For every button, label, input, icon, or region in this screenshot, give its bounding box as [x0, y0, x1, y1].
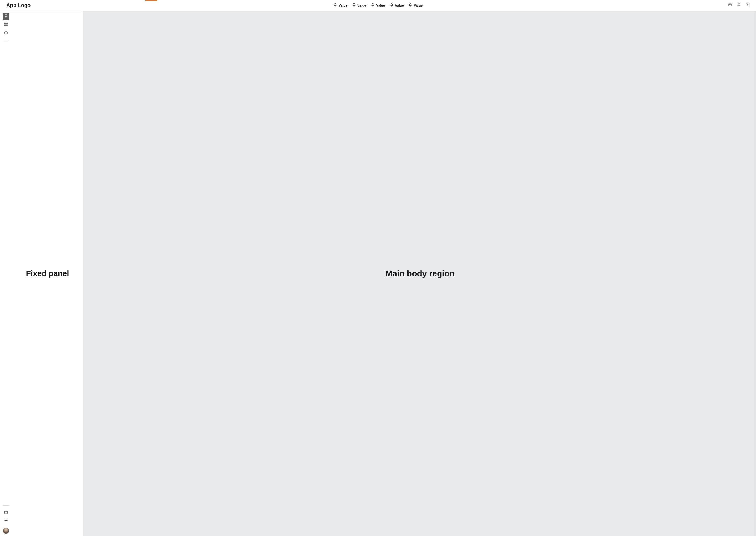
- top-nav-item-label: Value: [414, 3, 423, 7]
- rail-bottom-group: [3, 503, 9, 534]
- svg-rect-0: [728, 4, 731, 6]
- rail-item-settings[interactable]: [3, 518, 9, 524]
- left-rail: [0, 11, 12, 536]
- avatar[interactable]: [3, 528, 9, 534]
- rail-item-apps[interactable]: [3, 21, 9, 28]
- fixed-panel: Fixed panel: [12, 11, 84, 536]
- top-nav-item-1[interactable]: Value: [352, 3, 366, 8]
- grid-icon: [4, 22, 8, 27]
- top-nav: Value Value Value Value Value: [333, 3, 423, 8]
- svg-rect-4: [5, 24, 6, 26]
- main-body-region: Main body region: [84, 11, 756, 536]
- scrollbar[interactable]: [754, 11, 756, 536]
- top-nav-item-label: Value: [395, 3, 404, 7]
- top-nav-item-label: Value: [338, 3, 347, 7]
- top-right-actions: [728, 3, 750, 8]
- rail-top-group: [3, 13, 9, 43]
- rail-item-work[interactable]: [3, 30, 9, 37]
- bell-icon: [333, 3, 337, 8]
- bell-icon: [737, 3, 741, 8]
- mail-icon: [728, 3, 732, 8]
- svg-rect-5: [6, 24, 7, 26]
- help-icon: [4, 510, 8, 515]
- fixed-panel-title: Fixed panel: [26, 269, 69, 278]
- top-nav-item-label: Value: [357, 3, 366, 7]
- briefcase-icon: [4, 31, 8, 36]
- bell-icon: [352, 3, 356, 8]
- content-row: Fixed panel Main body region: [0, 11, 756, 536]
- gear-icon: [746, 3, 750, 8]
- bell-icon: [371, 3, 375, 8]
- bell-icon: [4, 14, 8, 19]
- svg-point-8: [6, 513, 6, 513]
- top-nav-item-2[interactable]: Value: [371, 3, 385, 8]
- top-nav-item-label: Value: [376, 3, 385, 7]
- top-nav-item-0[interactable]: Value: [333, 3, 347, 8]
- bell-icon: [409, 3, 412, 8]
- app-logo-text: App Logo: [6, 2, 31, 8]
- top-nav-item-3[interactable]: Value: [390, 3, 404, 8]
- mail-button[interactable]: [728, 3, 732, 8]
- app-logo[interactable]: App Logo: [6, 2, 31, 8]
- rail-divider: [3, 505, 9, 506]
- svg-rect-2: [5, 23, 6, 24]
- svg-rect-3: [6, 23, 7, 24]
- settings-button[interactable]: [745, 3, 750, 8]
- topbar: App Logo Value Value Value Value: [0, 0, 756, 11]
- rail-divider: [3, 40, 9, 41]
- top-nav-item-4[interactable]: Value: [409, 3, 423, 8]
- main-body-title: Main body region: [386, 269, 455, 279]
- rail-item-help[interactable]: [3, 509, 9, 516]
- top-accent-indicator: [145, 0, 157, 1]
- notifications-button[interactable]: [737, 3, 741, 8]
- gear-icon: [4, 519, 8, 523]
- rail-item-notifications[interactable]: [3, 13, 9, 20]
- svg-point-9: [6, 520, 7, 521]
- svg-point-1: [747, 4, 748, 6]
- bell-icon: [390, 3, 394, 8]
